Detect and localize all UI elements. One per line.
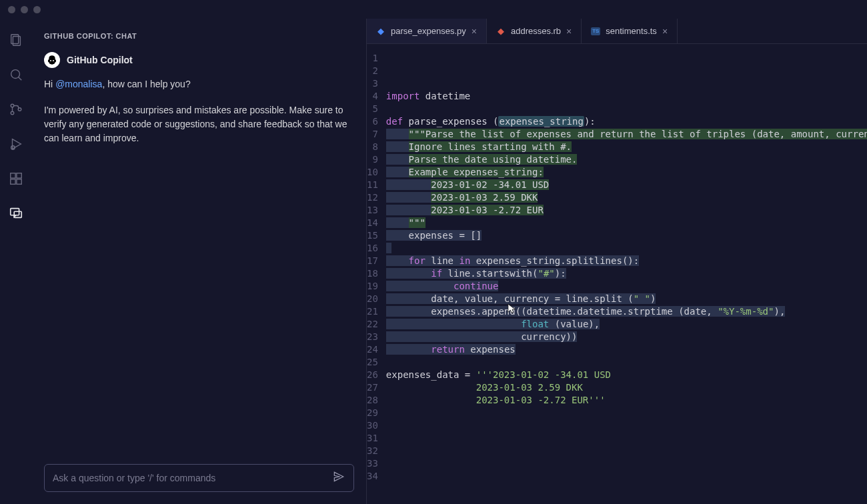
svg-point-6 <box>18 108 21 111</box>
code-line[interactable]: 2023-01-03 -2.72 EUR <box>386 204 867 217</box>
tab-label: parse_expenses.py <box>391 26 466 36</box>
sidebar-title: GITHUB COPILOT: CHAT <box>44 19 354 52</box>
chat-greeting: Hi @monalisa, how can I help you? <box>44 77 354 91</box>
code-line[interactable] <box>386 483 867 495</box>
copilot-avatar-icon <box>44 52 60 68</box>
svg-line-3 <box>19 77 22 81</box>
code-line[interactable]: expenses.append((datetime.datetime.strpt… <box>386 305 867 318</box>
code-line[interactable]: """ <box>386 217 867 229</box>
chat-sidebar: GITHUB COPILOT: CHAT GitHub Copilot Hi @… <box>32 19 367 504</box>
svg-rect-10 <box>17 173 21 178</box>
code-line[interactable] <box>386 470 867 483</box>
activity-bar <box>0 19 32 504</box>
code-line[interactable] <box>386 356 867 369</box>
explorer-icon[interactable] <box>8 32 24 48</box>
code-line[interactable]: float (value), <box>386 318 867 331</box>
code-line[interactable]: if line.startswith("#"): <box>386 267 867 280</box>
code-line[interactable]: expenses_data = '''2023-01-02 -34.01 USD <box>386 369 867 381</box>
code-line[interactable]: 2023-01-03 -2.72 EUR''' <box>386 394 867 407</box>
code-line[interactable] <box>386 103 867 115</box>
minimize-window-icon[interactable] <box>21 6 28 13</box>
code-line[interactable] <box>386 419 867 432</box>
code-line[interactable]: for line in expenses_string.splitlines()… <box>386 255 867 267</box>
typescript-file-icon: TS <box>591 27 600 35</box>
chat-input-container[interactable] <box>44 464 354 492</box>
svg-rect-12 <box>17 179 21 184</box>
mention: @monalisa <box>55 79 102 89</box>
close-tab-icon[interactable]: × <box>662 26 668 37</box>
tab-sentiments-ts[interactable]: TSsentiments.ts× <box>582 19 678 43</box>
chat-disclaimer: I'm powered by AI, so surprises and mist… <box>44 103 354 145</box>
send-icon[interactable] <box>332 470 345 486</box>
code-line[interactable]: def parse_expenses (expenses_string): <box>386 115 867 128</box>
code-line[interactable] <box>386 432 867 445</box>
code-line[interactable]: currency)) <box>386 331 867 343</box>
maximize-window-icon[interactable] <box>33 6 41 13</box>
tab-addresses-rb[interactable]: ◆addresses.rb× <box>487 19 582 43</box>
code-line[interactable]: date, value, currency = line.split (" ") <box>386 293 867 305</box>
code-line[interactable] <box>386 407 867 419</box>
tab-label: addresses.rb <box>511 26 561 36</box>
tab-parse_expenses-py[interactable]: ◆parse_expenses.py× <box>367 19 487 43</box>
code-line[interactable]: return expenses <box>386 343 867 356</box>
svg-rect-9 <box>11 173 15 178</box>
code-line[interactable]: Example expenses_string: <box>386 166 867 179</box>
svg-marker-7 <box>13 139 21 149</box>
svg-rect-14 <box>14 211 21 217</box>
code-line[interactable]: 2023-01-03 2.59 DKK <box>386 191 867 204</box>
close-tab-icon[interactable]: × <box>566 26 572 37</box>
code-editor[interactable]: 1234567891011121314151617181920212223242… <box>367 44 867 504</box>
code-line[interactable] <box>386 242 867 255</box>
code-line[interactable]: """Parse the list of expenses and return… <box>386 128 867 141</box>
close-window-icon[interactable] <box>8 6 15 13</box>
line-number-gutter: 1234567891011121314151617181920212223242… <box>367 52 386 504</box>
code-line[interactable] <box>386 457 867 470</box>
ruby-file-icon: ◆ <box>496 27 506 36</box>
source-control-icon[interactable] <box>8 101 24 117</box>
code-line[interactable]: expenses = [] <box>386 229 867 242</box>
chat-icon[interactable] <box>8 205 24 221</box>
chat-input[interactable] <box>53 473 332 483</box>
window-titlebar <box>0 0 867 19</box>
copilot-identity: GitHub Copilot <box>44 52 354 68</box>
code-line[interactable]: continue <box>386 280 867 293</box>
code-line[interactable]: import datetime <box>386 90 867 103</box>
search-icon[interactable] <box>8 67 24 83</box>
close-tab-icon[interactable]: × <box>472 26 477 37</box>
code-line[interactable]: 2023-01-03 2.59 DKK <box>386 381 867 394</box>
code-line[interactable]: Parse the date using datetime. <box>386 153 867 166</box>
tab-label: sentiments.ts <box>606 26 657 36</box>
python-file-icon: ◆ <box>376 27 385 36</box>
code-line[interactable]: Ignore lines starting with #. <box>386 141 867 153</box>
code-line[interactable]: 2023-01-02 -34.01 USD <box>386 179 867 191</box>
copilot-name-label: GitHub Copilot <box>67 55 133 65</box>
editor-tabs: ◆parse_expenses.py×◆addresses.rb×TSsenti… <box>367 19 867 44</box>
svg-point-4 <box>11 104 14 107</box>
code-line[interactable] <box>386 445 867 457</box>
code-line[interactable] <box>386 495 867 504</box>
extensions-icon[interactable] <box>8 171 24 187</box>
code-content[interactable]: import datetimedef parse_expenses (expen… <box>386 52 867 504</box>
editor-area: ◆parse_expenses.py×◆addresses.rb×TSsenti… <box>367 19 867 504</box>
svg-point-2 <box>11 70 20 79</box>
svg-point-5 <box>11 111 14 115</box>
run-debug-icon[interactable] <box>8 136 24 152</box>
svg-rect-11 <box>11 179 15 184</box>
